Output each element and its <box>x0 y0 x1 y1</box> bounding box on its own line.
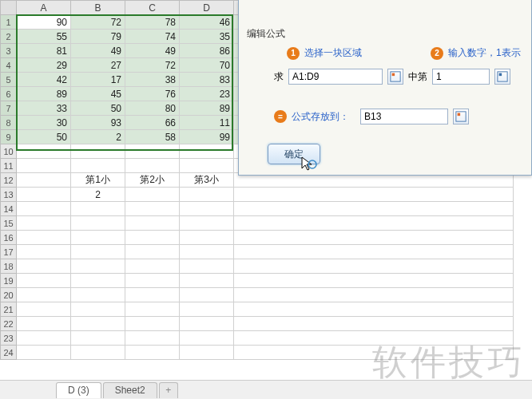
ok-button[interactable]: 确定 <box>268 144 320 164</box>
row-header[interactable]: 24 <box>1 346 17 360</box>
cell[interactable] <box>125 202 180 216</box>
cell[interactable] <box>71 259 125 274</box>
cell[interactable] <box>180 202 234 216</box>
cell[interactable] <box>180 317 234 331</box>
cell[interactable]: 第1小 <box>71 173 125 188</box>
cell[interactable] <box>17 159 71 173</box>
cell[interactable] <box>17 216 71 231</box>
row-header[interactable]: 23 <box>1 331 17 346</box>
cell[interactable] <box>17 231 71 245</box>
cell[interactable] <box>234 317 514 331</box>
cell[interactable]: 23 <box>180 87 234 101</box>
cell[interactable] <box>71 346 125 360</box>
cell[interactable] <box>180 302 234 317</box>
row-header[interactable]: 19 <box>1 274 17 288</box>
cell[interactable]: 11 <box>180 116 234 130</box>
cell[interactable]: 72 <box>71 15 125 30</box>
cell[interactable]: 49 <box>71 44 125 58</box>
cell[interactable] <box>180 259 234 274</box>
cell[interactable]: 45 <box>71 87 125 101</box>
cell[interactable] <box>71 245 125 259</box>
cell[interactable] <box>125 274 180 288</box>
row-header[interactable]: 1 <box>1 15 17 30</box>
cell[interactable] <box>17 274 71 288</box>
cell[interactable] <box>234 346 514 360</box>
cell[interactable] <box>234 302 514 317</box>
cell[interactable] <box>71 331 125 346</box>
cell[interactable]: 93 <box>71 116 125 130</box>
cell[interactable]: 35 <box>180 30 234 44</box>
cell[interactable]: 49 <box>125 44 180 58</box>
cell[interactable]: 38 <box>125 73 180 87</box>
col-header[interactable]: D <box>180 1 234 15</box>
cell[interactable] <box>125 188 180 202</box>
cell[interactable]: 72 <box>125 58 180 73</box>
cell[interactable] <box>234 245 514 259</box>
cell[interactable] <box>234 188 514 202</box>
cell[interactable] <box>71 231 125 245</box>
tab-add[interactable]: + <box>159 382 178 398</box>
row-header[interactable]: 11 <box>1 159 17 173</box>
cell[interactable]: 58 <box>125 130 180 144</box>
cell[interactable]: 90 <box>17 15 71 30</box>
cell[interactable]: 99 <box>180 130 234 144</box>
cell[interactable] <box>125 245 180 259</box>
cell[interactable] <box>180 159 234 173</box>
cell[interactable] <box>17 331 71 346</box>
cell[interactable] <box>180 144 234 159</box>
cell[interactable]: 66 <box>125 116 180 130</box>
cell[interactable]: 29 <box>17 58 71 73</box>
row-header[interactable]: 13 <box>1 188 17 202</box>
nth-picker-icon[interactable] <box>494 69 510 85</box>
cell[interactable] <box>17 259 71 274</box>
cell[interactable] <box>234 288 514 302</box>
cell[interactable]: 50 <box>71 101 125 116</box>
row-header[interactable]: 5 <box>1 73 17 87</box>
cell[interactable] <box>180 216 234 231</box>
cell[interactable]: 76 <box>125 87 180 101</box>
cell[interactable]: 2 <box>71 130 125 144</box>
cell[interactable] <box>180 288 234 302</box>
cell[interactable] <box>180 274 234 288</box>
range-picker-icon[interactable] <box>387 69 403 85</box>
cell[interactable] <box>17 202 71 216</box>
nth-input[interactable] <box>432 69 490 85</box>
cell[interactable] <box>17 188 71 202</box>
cell[interactable] <box>71 302 125 317</box>
cell[interactable] <box>17 317 71 331</box>
tab-d3[interactable]: D (3) <box>56 382 101 398</box>
cell[interactable] <box>71 288 125 302</box>
cell[interactable] <box>125 144 180 159</box>
row-header[interactable]: 14 <box>1 202 17 216</box>
cell[interactable]: 70 <box>180 58 234 73</box>
cell[interactable] <box>17 144 71 159</box>
cell[interactable]: 86 <box>180 44 234 58</box>
save-picker-icon[interactable] <box>453 109 469 124</box>
cell[interactable] <box>17 302 71 317</box>
cell[interactable] <box>234 216 514 231</box>
cell[interactable]: 17 <box>71 73 125 87</box>
cell[interactable]: 80 <box>125 101 180 116</box>
cell[interactable] <box>180 231 234 245</box>
cell[interactable] <box>125 317 180 331</box>
cell[interactable] <box>71 159 125 173</box>
row-header[interactable]: 8 <box>1 116 17 130</box>
cell[interactable] <box>180 331 234 346</box>
cell[interactable]: 83 <box>180 73 234 87</box>
cell[interactable]: 第2小 <box>125 173 180 188</box>
cell[interactable] <box>234 231 514 245</box>
col-header[interactable]: A <box>17 1 71 15</box>
save-cell-input[interactable] <box>360 109 448 124</box>
row-header[interactable]: 16 <box>1 231 17 245</box>
cell[interactable]: 74 <box>125 30 180 44</box>
cell[interactable]: 89 <box>17 87 71 101</box>
row-header[interactable]: 20 <box>1 288 17 302</box>
cell[interactable]: 79 <box>71 30 125 44</box>
cell[interactable]: 46 <box>180 15 234 30</box>
cell[interactable]: 第3小 <box>180 173 234 188</box>
cell[interactable] <box>17 173 71 188</box>
cell[interactable]: 27 <box>71 58 125 73</box>
cell[interactable]: 42 <box>17 73 71 87</box>
tab-sheet2[interactable]: Sheet2 <box>103 382 157 398</box>
cell[interactable] <box>180 188 234 202</box>
